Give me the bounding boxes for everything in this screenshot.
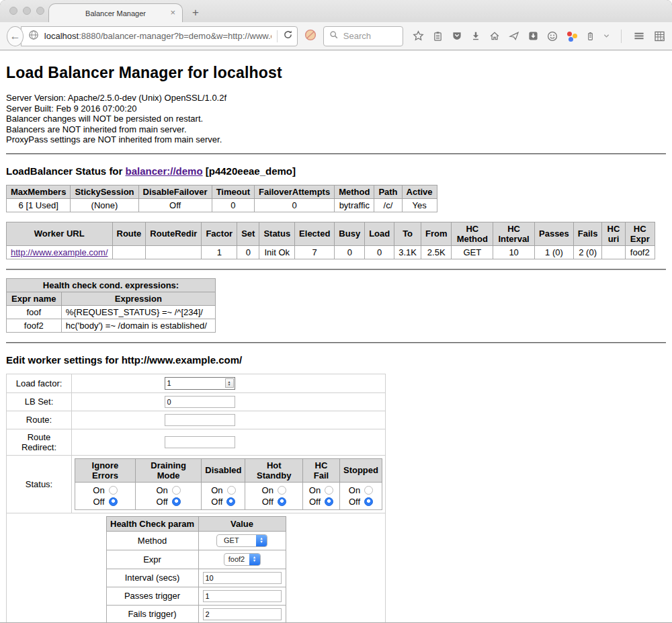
page-title: Load Balancer Manager for localhost xyxy=(6,50,666,93)
off-label: Off xyxy=(262,496,274,507)
menu-hamburger-icon[interactable] xyxy=(633,31,645,41)
column-header: Expr name xyxy=(7,292,62,305)
radio-ignore-errors-off[interactable] xyxy=(109,497,118,506)
column-header: Fails xyxy=(573,222,602,245)
column-header: Worker URL xyxy=(7,222,113,245)
urlbar-divider xyxy=(277,30,278,42)
table-cell: Yes xyxy=(402,198,437,212)
load-factor-input[interactable] xyxy=(165,378,225,388)
radio-hot-standby-off[interactable] xyxy=(278,497,286,506)
tab-close-icon[interactable]: × xyxy=(170,7,175,17)
table-cell: 1 xyxy=(202,245,237,259)
column-header: Health Check param xyxy=(106,516,198,531)
radio-hot-standby-on[interactable] xyxy=(278,486,286,495)
expression-cell: hc('body') =~ /domain is established/ xyxy=(61,319,215,332)
radio-hc-fail-off[interactable] xyxy=(325,497,333,506)
heading-suffix: [p4420eeae_demo] xyxy=(206,165,296,177)
extension-download-icon[interactable] xyxy=(528,31,538,41)
url-text[interactable]: localhost:8880/balancer-manager?b=demo&w… xyxy=(44,31,271,41)
home-icon[interactable] xyxy=(489,31,500,41)
back-button[interactable]: ← xyxy=(7,26,24,46)
column-header: HC uri xyxy=(602,222,625,245)
load-factor-input-wrap: ▲▼ xyxy=(165,377,235,390)
method-value-cell: GET ▲▼ xyxy=(198,531,286,550)
interval-input[interactable] xyxy=(203,572,282,584)
radio-draining-mode-off[interactable] xyxy=(172,497,181,506)
column-header: From xyxy=(421,222,452,245)
colored-dots-extension-icon[interactable] xyxy=(566,31,577,42)
bookmark-star-icon[interactable] xyxy=(413,30,424,42)
window-controls xyxy=(9,7,44,15)
content-blocked-icon[interactable] xyxy=(304,29,317,44)
persist-notice-line: Balancer changes will NOT be persisted o… xyxy=(6,114,666,124)
health-check-expressions-table: Health check cond. expressions: Expr nam… xyxy=(6,278,216,333)
table-cell: 1 (0) xyxy=(535,245,574,259)
radio-disabled-off[interactable] xyxy=(226,497,235,506)
column-header: Method xyxy=(335,185,374,198)
passes-input[interactable] xyxy=(203,590,282,602)
table-cell: 2.5K xyxy=(421,245,452,259)
column-header: Hot Standby xyxy=(245,458,303,482)
send-plane-icon[interactable] xyxy=(509,31,519,41)
table-cell: 2 (0) xyxy=(573,245,602,259)
downloads-icon[interactable] xyxy=(471,31,480,41)
off-label: Off xyxy=(349,496,360,507)
table-cell: (None) xyxy=(71,198,138,212)
fails-input[interactable] xyxy=(203,608,282,620)
method-select[interactable]: GET ▲▼ xyxy=(216,534,267,547)
chevron-down-icon[interactable] xyxy=(603,33,610,39)
column-header: Passes xyxy=(535,222,574,245)
radio-draining-mode-on[interactable] xyxy=(172,486,181,495)
status-header-row: Ignore Errors Draining Mode Disabled Hot… xyxy=(75,458,382,482)
on-label: On xyxy=(309,485,321,496)
divider xyxy=(6,153,666,155)
tab-balancer-manager[interactable]: Balancer Manager × xyxy=(48,3,183,22)
radio-hc-fail-on[interactable] xyxy=(325,486,333,495)
table-row: 6 [1 Used] (None) Off 0 0 bytraffic /c/ … xyxy=(7,198,437,212)
status-options-table: Ignore Errors Draining Mode Disabled Hot… xyxy=(75,458,382,510)
column-header: Route xyxy=(112,222,146,245)
worker-url-link[interactable]: http://www.example.com/ xyxy=(11,247,108,257)
globe-icon xyxy=(28,30,39,43)
form-value-cell xyxy=(72,411,386,429)
balancer-demo-link[interactable]: balancer://demo xyxy=(126,165,203,177)
reading-list-icon[interactable] xyxy=(433,31,443,42)
column-header: Set xyxy=(237,222,259,245)
interval-label: Interval (secs) xyxy=(106,569,198,587)
column-header: Elected xyxy=(295,222,335,245)
radio-disabled-on[interactable] xyxy=(227,486,236,495)
table-cell: 3.1K xyxy=(394,245,421,259)
table-cell: bytraffic xyxy=(335,198,374,212)
battery-extension-icon[interactable] xyxy=(586,31,595,42)
search-bar[interactable]: Search xyxy=(323,26,403,46)
lb-set-input[interactable] xyxy=(165,396,235,408)
form-value-cell xyxy=(72,429,386,455)
passes-row: Passes trigger xyxy=(106,587,286,605)
route-input[interactable] xyxy=(165,414,235,426)
column-header: Active xyxy=(402,185,437,198)
expr-select[interactable]: foof2 ▲▼ xyxy=(224,553,261,566)
worker-row: http://www.example.com/ 1 0 Init Ok 7 0 … xyxy=(7,245,655,259)
table-cell: Init Ok xyxy=(259,245,295,259)
zoom-window-button[interactable] xyxy=(36,7,44,15)
radio-stopped-on[interactable] xyxy=(364,486,373,495)
off-label: Off xyxy=(309,496,321,507)
pocket-icon[interactable] xyxy=(452,31,462,41)
table-cell: 6 [1 Used] xyxy=(7,198,71,212)
new-tab-button[interactable]: + xyxy=(192,6,199,19)
grid-extension-icon[interactable] xyxy=(654,31,665,42)
route-redirect-input[interactable] xyxy=(165,436,235,448)
disabled-cell: On Off xyxy=(202,482,245,509)
close-window-button[interactable] xyxy=(9,7,17,15)
url-bar[interactable]: localhost:8880/balancer-manager?b=demo&w… xyxy=(21,26,298,46)
reload-icon[interactable] xyxy=(283,30,293,42)
radio-stopped-off[interactable] xyxy=(364,497,373,506)
radio-ignore-errors-on[interactable] xyxy=(109,486,118,495)
back-arrow-icon: ← xyxy=(9,30,20,42)
server-built-line: Server Built: Feb 9 2016 07:00:20 xyxy=(6,103,666,114)
number-spinner-icon[interactable]: ▲▼ xyxy=(225,378,234,388)
table-cell: /c/ xyxy=(374,198,402,212)
hello-smiley-icon[interactable] xyxy=(547,31,558,42)
heading-prefix: LoadBalancer Status for xyxy=(6,165,122,177)
minimize-window-button[interactable] xyxy=(23,7,31,15)
